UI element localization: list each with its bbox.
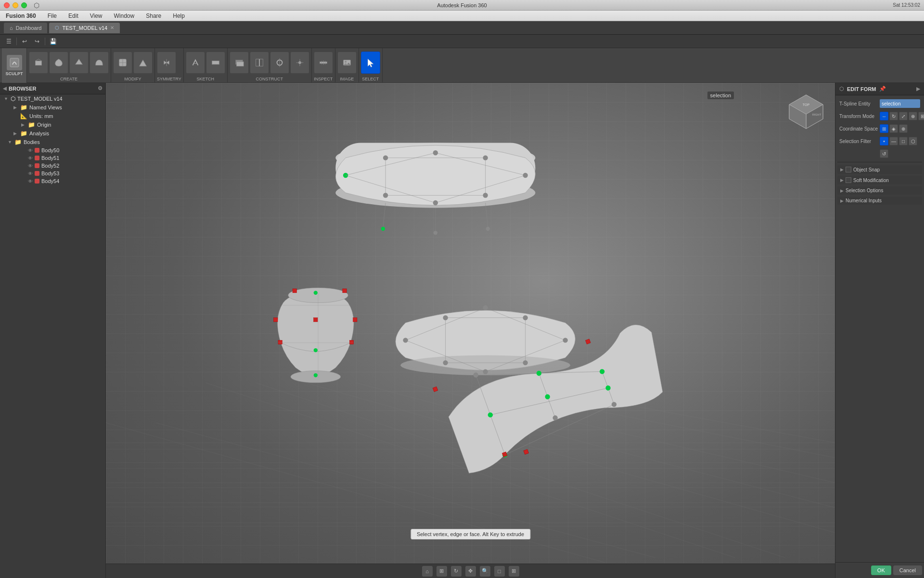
- home-view-button[interactable]: ⌂: [422, 566, 433, 577]
- tree-item-bodies[interactable]: ▼ 📁 Bodies: [0, 138, 105, 146]
- tree-item-units[interactable]: ▶ 📐 Units: mm: [0, 112, 105, 120]
- redo-button[interactable]: ↪: [32, 37, 42, 46]
- ok-button[interactable]: OK: [871, 565, 891, 575]
- tree-item-root[interactable]: ▼ ⬡ TEST_MODEL v14: [0, 94, 105, 103]
- fit-view-button[interactable]: ⊞: [436, 566, 447, 577]
- browser-collapse-button[interactable]: ◀: [3, 86, 7, 91]
- tab-test-model[interactable]: ⬡ TEST_MODEL v14 ✕: [49, 23, 120, 33]
- main-layout: ◀ BROWSER ⚙ ▼ ⬡ TEST_MODEL v14 ▶ 📁 Named…: [0, 83, 924, 578]
- filter-vertex-button[interactable]: •: [880, 137, 888, 145]
- svg-point-73: [314, 348, 318, 352]
- coord-world-button[interactable]: ⊞: [880, 124, 888, 133]
- filter-edge-button[interactable]: —: [889, 137, 898, 145]
- save-button[interactable]: 💾: [48, 37, 58, 46]
- soft-modification-checkbox[interactable]: [846, 177, 851, 183]
- menu-file[interactable]: File: [46, 12, 59, 20]
- body50-visibility-icon[interactable]: 👁: [28, 148, 33, 153]
- menu-window[interactable]: Window: [112, 12, 137, 20]
- transform-free-button[interactable]: ⊕: [909, 112, 917, 120]
- orbit-button[interactable]: ↻: [451, 566, 462, 577]
- inspect-measure-button[interactable]: [314, 52, 333, 74]
- construct-offset-plane-button[interactable]: [230, 52, 249, 74]
- edit-form-panel: ⬡ EDIT FORM 📌 ▶ T-Spline Entity selectio…: [835, 83, 924, 578]
- hamburger-menu-button[interactable]: ☰: [4, 37, 13, 46]
- display-mode-button[interactable]: □: [494, 566, 505, 577]
- expand-origin-icon[interactable]: ▶: [21, 122, 26, 127]
- panel-pin-button[interactable]: 📌: [879, 86, 886, 92]
- view-cube[interactable]: TOP RIGHT: [787, 92, 825, 131]
- selection-filter-extra-row: ↺: [837, 148, 922, 159]
- panel-expand-button[interactable]: ▶: [916, 86, 920, 92]
- tree-item-body52[interactable]: ▶ 👁 Body52: [0, 162, 105, 170]
- modify-edit-button[interactable]: [113, 52, 132, 74]
- symmetry-mirror-button[interactable]: [157, 52, 176, 74]
- tree-item-body54[interactable]: ▶ 👁 Body54: [0, 177, 105, 185]
- filter-face-button[interactable]: □: [899, 137, 908, 145]
- menu-fusion360[interactable]: Fusion 360: [4, 12, 38, 20]
- create-pipe-button[interactable]: [90, 52, 109, 74]
- t-spline-entity-field[interactable]: selection: [880, 99, 920, 108]
- construct-axis-button[interactable]: [270, 52, 289, 74]
- tree-item-body53[interactable]: ▶ 👁 Body53: [0, 170, 105, 177]
- soft-modification-section[interactable]: ▶ Soft Modification: [837, 176, 922, 184]
- menu-share[interactable]: Share: [144, 12, 163, 20]
- tree-item-analysis[interactable]: ▶ 📁 Analysis: [0, 129, 105, 138]
- minimize-window-button[interactable]: [13, 2, 18, 8]
- transform-local-button[interactable]: ⊞: [918, 112, 924, 120]
- tree-item-body50[interactable]: ▶ 👁 Body50: [0, 146, 105, 154]
- body52-visibility-icon[interactable]: 👁: [28, 163, 33, 169]
- object-snap-section[interactable]: ▶ Object Snap: [837, 165, 922, 174]
- origin-label: Origin: [37, 122, 51, 128]
- tree-item-named-views[interactable]: ▶ 📁 Named Views: [0, 103, 105, 112]
- 3d-viewport[interactable]: selection TOP RIGHT Select vertex, edge …: [106, 83, 835, 578]
- svg-point-23: [345, 61, 346, 63]
- maximize-window-button[interactable]: [21, 2, 27, 8]
- grid-toggle-button[interactable]: ⊞: [509, 566, 519, 577]
- filter-body-button[interactable]: ⬡: [909, 137, 917, 145]
- select-tool-button[interactable]: [361, 52, 380, 74]
- expand-analysis-icon[interactable]: ▶: [13, 131, 18, 136]
- menu-help[interactable]: Help: [171, 12, 187, 20]
- tab-dashboard-label: Dashboard: [16, 25, 42, 31]
- transform-move-button[interactable]: ↔: [880, 112, 888, 120]
- zoom-button[interactable]: 🔍: [480, 566, 490, 577]
- transform-scale-button[interactable]: ⤢: [899, 112, 908, 120]
- close-window-button[interactable]: [4, 2, 10, 8]
- tab-dashboard[interactable]: ⌂ Dashboard: [4, 23, 47, 33]
- sculpt-workspace-tab[interactable]: SCULPT: [2, 48, 27, 83]
- create-box-button[interactable]: [29, 52, 48, 74]
- expand-root-icon[interactable]: ▼: [4, 96, 9, 101]
- svg-marker-2: [76, 59, 83, 64]
- construct-midplane-button[interactable]: [250, 52, 269, 74]
- coord-local-button[interactable]: ◈: [889, 124, 898, 133]
- cancel-button[interactable]: Cancel: [893, 565, 922, 575]
- expand-bodies-icon[interactable]: ▼: [8, 140, 13, 144]
- tree-item-body51[interactable]: ▶ 👁 Body51: [0, 154, 105, 162]
- image-decal-button[interactable]: [337, 52, 357, 74]
- construct-point-button[interactable]: [290, 52, 309, 74]
- selection-filter-label: Selection Filter: [839, 139, 878, 144]
- pan-button[interactable]: ✥: [465, 566, 476, 577]
- selection-options-section[interactable]: ▶ Selection Options: [837, 186, 922, 195]
- body54-visibility-icon[interactable]: 👁: [28, 179, 33, 184]
- filter-loop-button[interactable]: ↺: [880, 149, 888, 158]
- svg-point-74: [314, 373, 318, 377]
- object-snap-checkbox[interactable]: [846, 167, 851, 172]
- transform-rotate-button[interactable]: ↻: [889, 112, 898, 120]
- menu-view[interactable]: View: [88, 12, 104, 20]
- body51-visibility-icon[interactable]: 👁: [28, 156, 33, 161]
- body53-visibility-icon[interactable]: 👁: [28, 171, 33, 176]
- expand-named-views-icon[interactable]: ▶: [13, 105, 18, 110]
- create-shell-button[interactable]: [49, 52, 68, 74]
- tab-close-button[interactable]: ✕: [110, 25, 114, 30]
- modify-crease-button[interactable]: [133, 52, 153, 74]
- undo-button[interactable]: ↩: [20, 37, 29, 46]
- sketch-project-button[interactable]: [186, 52, 205, 74]
- create-plane-button[interactable]: [69, 52, 89, 74]
- browser-settings-button[interactable]: ⚙: [98, 85, 103, 92]
- coord-align-button[interactable]: ⊕: [899, 124, 908, 133]
- tree-item-origin[interactable]: ▶ 📁 Origin: [0, 120, 105, 129]
- menu-edit[interactable]: Edit: [66, 12, 80, 20]
- numerical-inputs-section[interactable]: ▶ Numerical Inputs: [837, 197, 922, 205]
- sketch-line-button[interactable]: [206, 52, 225, 74]
